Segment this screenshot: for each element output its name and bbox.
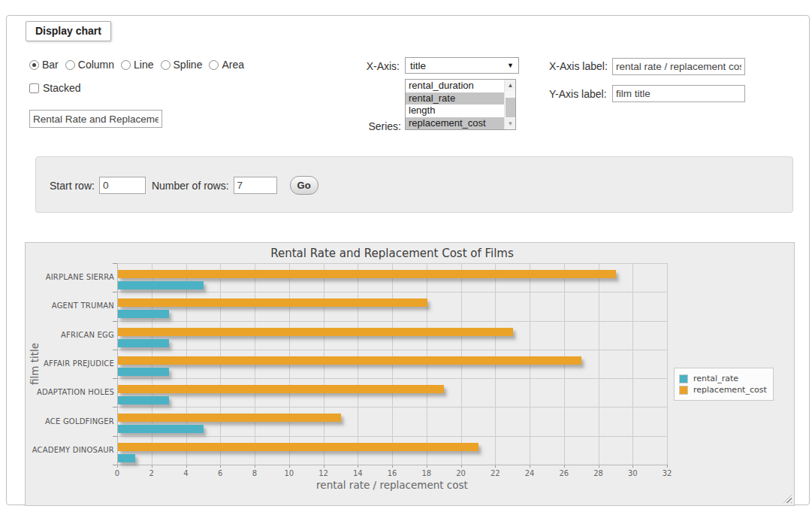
category-label: AGENT TRUMAN xyxy=(26,301,114,310)
x-tick-label: 2 xyxy=(137,469,167,477)
num-rows-input[interactable] xyxy=(234,177,277,194)
radio-icon[interactable] xyxy=(121,60,131,70)
x-tick-label: 28 xyxy=(584,469,614,477)
x-tick-label: 32 xyxy=(652,469,682,477)
stacked-label: Stacked xyxy=(43,82,81,94)
chart-type-radio-area[interactable]: Area xyxy=(209,59,244,71)
x-tick-label: 14 xyxy=(343,469,373,477)
legend-swatch-icon xyxy=(679,374,688,383)
series-options: rental_durationrental_ratelengthreplacem… xyxy=(406,80,504,129)
series-multiselect[interactable]: rental_durationrental_ratelengthreplacem… xyxy=(405,79,516,130)
x-tick-label: 10 xyxy=(274,469,304,477)
bar-rental_rate xyxy=(118,454,135,462)
x-tick-label: 26 xyxy=(549,469,579,477)
chart-title: Rental Rate and Replacement Cost of Film… xyxy=(26,247,759,260)
chart-type-radio-line[interactable]: Line xyxy=(121,59,153,71)
gridline-vertical xyxy=(599,263,599,465)
chart-type-radio-bar[interactable]: Bar xyxy=(29,59,59,71)
x-tick-label: 24 xyxy=(515,469,545,477)
page: BarColumnLineSplineArea Stacked X-Axis: … xyxy=(0,0,812,512)
series-scrollbar[interactable]: ▲ ▼ xyxy=(504,80,515,129)
series-option-length[interactable]: length xyxy=(406,105,504,117)
bar-rental_rate xyxy=(118,310,169,318)
gridline-vertical xyxy=(632,263,633,465)
stacked-option[interactable]: Stacked xyxy=(29,82,81,94)
series-label: Series: xyxy=(322,120,401,132)
chart-x-axis-title: rental rate / replacement cost xyxy=(26,479,759,491)
dropdown-arrow-icon: ▼ xyxy=(507,62,514,69)
x-tick-label: 16 xyxy=(377,469,407,477)
bar-replacement_cost xyxy=(118,414,341,422)
radio-icon[interactable] xyxy=(209,60,219,70)
gridline-horizontal xyxy=(117,350,667,350)
radio-label: Area xyxy=(222,59,244,71)
series-option-replacement_cost[interactable]: replacement_cost xyxy=(406,117,504,130)
category-label: AIRPLANE SIERRA xyxy=(26,273,114,281)
chart-type-radio-group: BarColumnLineSplineArea xyxy=(29,59,251,71)
scroll-down-icon[interactable]: ▼ xyxy=(505,118,516,129)
scroll-up-icon[interactable]: ▲ xyxy=(505,80,516,91)
scrollbar-thumb[interactable] xyxy=(506,98,515,117)
gridline-vertical xyxy=(667,263,668,465)
legend-entry-replacement_cost: replacement_cost xyxy=(679,385,767,395)
legend-entry-label: rental_rate xyxy=(693,374,738,383)
gridline-horizontal xyxy=(117,292,667,292)
x-tick-label: 8 xyxy=(240,469,270,477)
chart-type-radio-column[interactable]: Column xyxy=(65,59,114,71)
chart-container: Rental Rate and Replacement Cost of Film… xyxy=(25,242,795,506)
x-tick-label: 0 xyxy=(102,469,132,477)
x-axis-label-input[interactable] xyxy=(612,58,745,75)
x-axis-label-caption: X-Axis label: xyxy=(549,60,608,72)
bar-replacement_cost xyxy=(118,270,616,278)
radio-icon[interactable] xyxy=(65,60,75,70)
gridline-horizontal xyxy=(117,321,667,322)
stacked-checkbox[interactable] xyxy=(29,83,39,93)
start-row-label: Start row: xyxy=(50,180,95,192)
bar-rental_rate xyxy=(118,396,169,404)
bar-replacement_cost xyxy=(118,328,513,336)
category-label: AFRICAN EGG xyxy=(26,331,114,339)
bar-replacement_cost xyxy=(118,385,444,393)
chart-title-input[interactable] xyxy=(29,110,162,128)
x-tick-label: 6 xyxy=(205,469,235,477)
x-tick-label: 18 xyxy=(412,469,442,477)
num-rows-label: Number of rows: xyxy=(152,180,229,192)
bar-rental_rate xyxy=(118,339,169,347)
y-axis-label-caption: Y-Axis label: xyxy=(549,88,607,100)
bar-rental_rate xyxy=(118,425,204,433)
radio-icon[interactable] xyxy=(161,60,171,70)
gridline-horizontal xyxy=(117,263,667,264)
radio-label: Bar xyxy=(42,59,59,71)
bar-replacement_cost xyxy=(118,298,427,307)
x-tick-label: 30 xyxy=(617,469,647,477)
x-tick-label: 20 xyxy=(446,469,476,477)
chart-type-radio-spline[interactable]: Spline xyxy=(161,59,203,71)
radio-label: Spline xyxy=(174,59,203,71)
display-chart-fieldset: BarColumnLineSplineArea Stacked X-Axis: … xyxy=(6,15,810,505)
x-tick-label: 22 xyxy=(480,469,510,477)
series-option-rental_rate[interactable]: rental_rate xyxy=(406,92,504,105)
category-label: AFFAIR PREJUDICE xyxy=(26,359,114,368)
bar-rental_rate xyxy=(118,368,169,376)
legend-entry-label: replacement_cost xyxy=(693,385,767,395)
rows-form: Start row: Number of rows: Go xyxy=(35,156,793,213)
y-axis-label-input[interactable] xyxy=(612,85,745,102)
x-axis-line xyxy=(117,465,667,465)
series-option-rental_duration[interactable]: rental_duration xyxy=(406,80,504,92)
rows-form-controls: Start row: Number of rows: Go xyxy=(50,176,318,195)
start-row-input[interactable] xyxy=(99,177,146,194)
bar-rental_rate xyxy=(118,281,204,289)
category-label: ADAPTATION HOLES xyxy=(26,388,114,396)
gridline-horizontal xyxy=(117,378,667,379)
gridline-horizontal xyxy=(117,436,667,437)
chart-legend: rental_ratereplacement_cost xyxy=(674,368,774,401)
radio-icon[interactable] xyxy=(29,60,39,70)
go-button[interactable]: Go xyxy=(290,176,318,195)
gridline-horizontal xyxy=(117,407,667,407)
x-axis-select[interactable]: title ▼ xyxy=(405,57,519,74)
resize-handle-icon[interactable] xyxy=(783,495,792,503)
x-tick-label: 4 xyxy=(171,469,201,477)
bar-replacement_cost xyxy=(118,356,581,365)
category-label: ACADEMY DINOSAUR xyxy=(26,446,114,454)
fieldset-legend: Display chart xyxy=(26,21,111,41)
